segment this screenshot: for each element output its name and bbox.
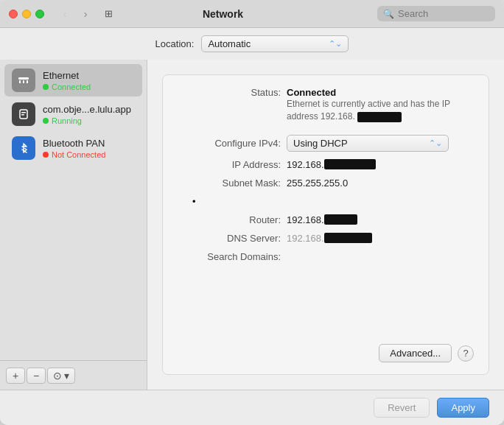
domains-row: Search Domains:: [178, 251, 474, 262]
sidebar-list: Ethernet Connected: [0, 60, 147, 360]
chevron-down-icon: ⌃⌄: [329, 39, 342, 49]
back-button[interactable]: ‹: [56, 7, 74, 21]
dns-prefix: 192.168.: [287, 233, 324, 244]
search-icon: 🔍: [383, 9, 394, 19]
location-label: Location:: [155, 38, 195, 49]
sidebar-item-app[interactable]: com.obje...e.lulu.app Running: [4, 98, 142, 130]
router-row: Router: 192.168.: [178, 214, 474, 225]
svg-rect-0: [18, 77, 29, 80]
detail-card: Status: Connected Ethernet is currently …: [162, 74, 489, 375]
window-title: Network: [74, 8, 371, 20]
bluetooth-name: Bluetooth PAN: [43, 138, 105, 149]
dns-label: DNS Server:: [178, 233, 281, 244]
dns-suffix-redacted: [324, 233, 372, 243]
subnet-label: Subnet Mask:: [178, 178, 281, 189]
sidebar-item-bluetooth[interactable]: Bluetooth PAN Not Connected: [4, 132, 142, 164]
app-name: com.obje...e.lulu.app: [43, 104, 131, 115]
configure-label: Configure IPv4:: [178, 138, 281, 149]
revert-button[interactable]: Revert: [374, 398, 430, 418]
sidebar: Ethernet Connected: [0, 60, 147, 390]
ip-label: IP Address:: [178, 159, 281, 170]
configure-value: Using DHCP: [293, 138, 426, 149]
subnet-row: Subnet Mask: 255.255.255.0: [178, 178, 474, 189]
sidebar-item-ethernet[interactable]: Ethernet Connected: [4, 64, 142, 96]
ip-prefix: 192.168.: [287, 159, 324, 170]
location-bar: Location: Automatic ⌃⌄: [0, 28, 504, 60]
help-button[interactable]: ?: [458, 345, 474, 362]
maximize-button[interactable]: [35, 10, 44, 18]
close-button[interactable]: [9, 10, 18, 18]
bluetooth-status-dot: [43, 152, 49, 158]
bluetooth-item-info: Bluetooth PAN Not Connected: [43, 138, 105, 159]
ethernet-status: Connected: [43, 82, 91, 91]
location-value: Automatic: [208, 38, 326, 49]
main-content: Ethernet Connected: [0, 60, 504, 390]
bluetooth-status-text: Not Connected: [52, 150, 105, 159]
configure-chevron-icon: ⌃⌄: [429, 138, 442, 148]
advanced-button[interactable]: Advanced...: [379, 344, 452, 362]
window: ‹ › ⊞ Network 🔍 Location: Automatic ⌃⌄: [0, 0, 504, 425]
ip-redacted: [357, 112, 402, 122]
svg-rect-2: [23, 80, 24, 83]
detail-panel: Status: Connected Ethernet is currently …: [147, 60, 504, 390]
configure-ipv4-select[interactable]: Using DHCP ⌃⌄: [287, 135, 449, 152]
router-label: Router:: [178, 214, 281, 225]
svg-rect-5: [21, 112, 26, 113]
location-select[interactable]: Automatic ⌃⌄: [201, 35, 349, 52]
svg-rect-1: [19, 80, 21, 83]
router-suffix-redacted: [324, 214, 357, 225]
bluetooth-status: Not Connected: [43, 150, 105, 159]
status-value-area: Connected Ethernet is currently active a…: [287, 87, 474, 123]
status-value: Connected: [287, 87, 474, 98]
app-item-info: com.obje...e.lulu.app Running: [43, 104, 131, 125]
minimize-button[interactable]: [22, 10, 31, 18]
titlebar: ‹ › ⊞ Network 🔍: [0, 0, 504, 28]
search-input[interactable]: [398, 8, 486, 19]
subnet-value: 255.255.255.0: [287, 178, 474, 189]
network-options-button[interactable]: ⊙ ▾: [47, 368, 75, 384]
ip-value: 192.168.: [287, 159, 474, 170]
sidebar-footer: + − ⊙ ▾: [0, 360, 147, 390]
ip-suffix-redacted: [324, 159, 376, 169]
router-prefix: 192.168.: [287, 214, 324, 225]
status-row: Status: Connected Ethernet is currently …: [178, 87, 474, 123]
ethernet-icon: [12, 69, 35, 92]
status-label: Status:: [178, 87, 281, 98]
ethernet-status-dot: [43, 84, 49, 90]
ethernet-name: Ethernet: [43, 70, 91, 81]
ethernet-item-info: Ethernet Connected: [43, 70, 91, 91]
dns-value: 192.168.: [287, 233, 474, 244]
app-status-dot: [43, 118, 49, 124]
add-network-button[interactable]: +: [6, 368, 25, 384]
bottom-bar: Revert Apply: [0, 390, 504, 425]
detail-actions: Advanced... ?: [178, 344, 474, 362]
configure-row: Configure IPv4: Using DHCP ⌃⌄: [178, 135, 474, 152]
domains-label: Search Domains:: [178, 251, 281, 262]
bullet: •: [178, 196, 474, 207]
app-status-text: Running: [52, 116, 82, 125]
svg-rect-6: [21, 114, 24, 116]
apply-button[interactable]: Apply: [437, 398, 489, 418]
ip-row: IP Address: 192.168.: [178, 159, 474, 170]
app-status: Running: [43, 116, 131, 125]
traffic-lights: [9, 10, 44, 18]
app-icon: [12, 102, 35, 126]
ethernet-status-text: Connected: [52, 82, 91, 91]
status-desc: Ethernet is currently active and has the…: [287, 98, 474, 123]
remove-network-button[interactable]: −: [27, 368, 46, 384]
search-bar[interactable]: 🔍: [377, 6, 495, 21]
dns-row: DNS Server: 192.168.: [178, 233, 474, 244]
router-value: 192.168.: [287, 214, 474, 225]
bluetooth-icon: [12, 136, 35, 160]
svg-rect-3: [27, 80, 28, 83]
